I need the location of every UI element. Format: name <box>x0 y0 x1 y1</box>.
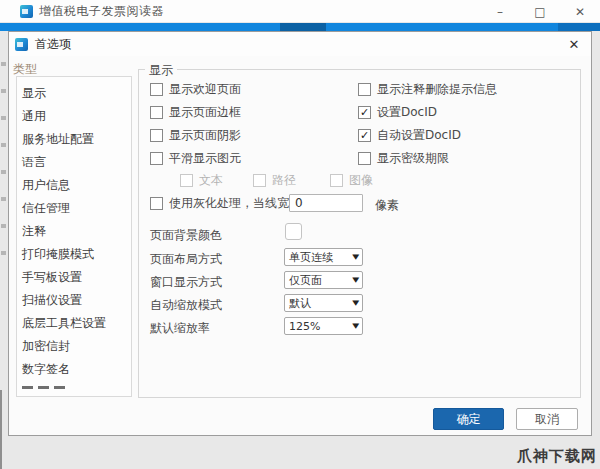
sidebar-item-service-address[interactable]: 服务地址配置 <box>17 128 131 151</box>
close-button[interactable]: ✕ <box>560 0 600 23</box>
sidebar-item-encrypted-envelope[interactable]: 加密信封 <box>17 335 131 358</box>
line-width-input[interactable] <box>289 194 363 212</box>
dialog-titlebar: 首选项 ✕ <box>9 32 591 56</box>
default-zoom-label: 默认缩放率 <box>150 320 210 337</box>
chevron-down-icon: ▼ <box>352 253 359 261</box>
main-window-titlebar: 增值税电子发票阅读器 – □ ✕ <box>0 0 600 23</box>
select-value: 仅页面 <box>289 273 322 288</box>
checkbox-box <box>358 83 371 96</box>
checkbox-label: 路径 <box>272 172 296 189</box>
checkbox-label: 设置DocID <box>377 104 437 121</box>
select-value: 125% <box>289 320 320 333</box>
checkbox-path[interactable]: 路径 <box>253 173 296 187</box>
checkbox-box <box>150 152 163 165</box>
checkbox-label: 文本 <box>199 172 223 189</box>
page-layout-select[interactable]: 单页连续 ▼ <box>284 248 363 266</box>
checkbox-show-welcome-page[interactable]: 显示欢迎页面 <box>150 82 241 96</box>
checkbox-label: 平滑显示图元 <box>169 150 241 167</box>
auto-zoom-select[interactable]: 默认 ▼ <box>284 294 363 312</box>
checkbox-show-security-period[interactable]: 显示密级期限 <box>358 151 449 165</box>
checkbox-text[interactable]: 文本 <box>180 173 223 187</box>
sidebar-item-trust-management[interactable]: 信任管理 <box>17 197 131 220</box>
checkbox-box <box>180 174 193 187</box>
checkbox-box <box>330 174 343 187</box>
checkbox-label: 显示注释删除提示信息 <box>377 81 497 98</box>
bg-color-swatch[interactable] <box>285 223 302 240</box>
dialog-icon <box>15 38 28 51</box>
checkbox-box <box>150 197 163 210</box>
ribbon-dark-segment-right <box>558 23 600 31</box>
checkbox-label: 显示页面阴影 <box>169 127 241 144</box>
sidebar-item-clipped[interactable] <box>22 386 131 389</box>
checkbox-box <box>150 83 163 96</box>
category-sidebar: 显示 通用 服务地址配置 语言 用户信息 信任管理 注释 打印掩膜模式 手写板设… <box>16 76 132 397</box>
sidebar-item-bottom-toolbar[interactable]: 底层工具栏设置 <box>17 312 131 335</box>
select-value: 默认 <box>289 296 311 311</box>
app-icon <box>20 5 33 18</box>
minimize-button[interactable]: – <box>480 0 520 23</box>
checkbox-label: 显示欢迎页面 <box>169 81 241 98</box>
sidebar-item-display[interactable]: 显示 <box>17 82 131 105</box>
checkbox-box <box>358 152 371 165</box>
checkbox-label: 显示密级期限 <box>377 150 449 167</box>
auto-zoom-label: 自动缩放模式 <box>150 297 222 314</box>
checkbox-show-page-border[interactable]: 显示页面边框 <box>150 105 241 119</box>
checkbox-label: 显示页面边框 <box>169 104 241 121</box>
checkbox-smooth-graphics[interactable]: 平滑显示图元 <box>150 151 241 165</box>
sidebar-item-general[interactable]: 通用 <box>17 105 131 128</box>
default-zoom-select[interactable]: 125% ▼ <box>284 317 363 335</box>
chevron-down-icon: ▼ <box>352 322 359 330</box>
checkbox-image[interactable]: 图像 <box>330 173 373 187</box>
dialog-close-icon[interactable]: ✕ <box>565 35 583 53</box>
window-controls: – □ ✕ <box>480 0 600 23</box>
checkbox-set-docid[interactable]: ✓ 设置DocID <box>358 105 437 119</box>
checkbox-box <box>253 174 266 187</box>
sidebar-item-annotations[interactable]: 注释 <box>17 220 131 243</box>
group-legend: 显示 <box>145 62 177 79</box>
chevron-down-icon: ▼ <box>352 276 359 284</box>
window-display-label: 窗口显示方式 <box>150 274 222 291</box>
pixel-unit-label: 像素 <box>375 197 399 214</box>
checkbox-label: 自动设置DocID <box>377 127 461 144</box>
checkbox-auto-set-docid[interactable]: ✓ 自动设置DocID <box>358 128 461 142</box>
sidebar-item-print-mask[interactable]: 打印掩膜模式 <box>17 243 131 266</box>
checkbox-show-annotation-delete-prompt[interactable]: 显示注释删除提示信息 <box>358 82 497 96</box>
main-window-title: 增值税电子发票阅读器 <box>39 3 164 20</box>
checkbox-box <box>150 129 163 142</box>
maximize-button[interactable]: □ <box>520 0 560 23</box>
sidebar-item-tablet-settings[interactable]: 手写板设置 <box>17 266 131 289</box>
preferences-dialog: 首选项 ✕ 类型 显示 通用 服务地址配置 语言 用户信息 信任管理 注释 打印… <box>8 31 592 436</box>
checkbox-box: ✓ <box>358 129 371 142</box>
ribbon-dark-segment <box>280 23 326 31</box>
window-display-select[interactable]: 仅页面 ▼ <box>284 271 363 289</box>
bg-color-label: 页面背景颜色 <box>150 227 222 244</box>
page-layout-label: 页面布局方式 <box>150 251 222 268</box>
background-window-fragment <box>1 62 6 272</box>
dialog-title: 首选项 <box>35 36 71 53</box>
checkbox-show-page-shadow[interactable]: 显示页面阴影 <box>150 128 241 142</box>
select-value: 单页连续 <box>289 250 333 265</box>
checkbox-label: 图像 <box>349 172 373 189</box>
background-window-edge <box>0 390 2 469</box>
ok-button[interactable]: 确定 <box>433 408 504 430</box>
sidebar-item-user-info[interactable]: 用户信息 <box>17 174 131 197</box>
checkbox-box <box>150 106 163 119</box>
chevron-down-icon: ▼ <box>352 299 359 307</box>
cancel-button[interactable]: 取消 <box>516 408 578 430</box>
app-ribbon-strip <box>0 23 600 31</box>
sidebar-item-scanner-settings[interactable]: 扫描仪设置 <box>17 289 131 312</box>
sidebar-item-language[interactable]: 语言 <box>17 151 131 174</box>
sidebar-item-digital-signature[interactable]: 数字签名 <box>17 358 131 381</box>
checkbox-box: ✓ <box>358 106 371 119</box>
display-settings-group: 显示 显示欢迎页面 显示页面边框 显示页面阴影 平滑显示图元 显示注释删除提示信… <box>138 69 581 398</box>
watermark-text: 爪神下载网 <box>517 447 597 466</box>
